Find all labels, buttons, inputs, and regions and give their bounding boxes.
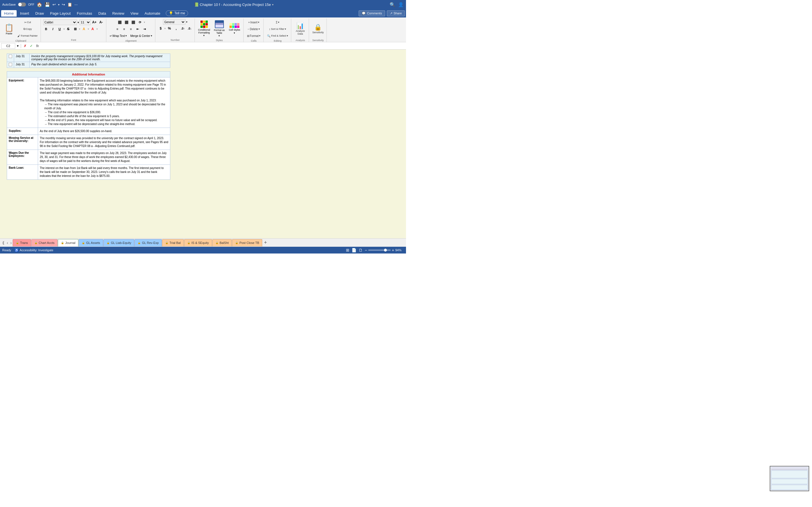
tab-view[interactable]: View xyxy=(128,10,141,17)
redo-btn[interactable]: ↪ xyxy=(62,2,65,7)
sensitivity-button[interactable]: 🔒 Sensitivity xyxy=(311,19,325,38)
tab-data[interactable]: Data xyxy=(96,10,109,17)
sheet-nav-next[interactable]: › xyxy=(9,240,13,245)
format-as-table-button[interactable]: Format as Table ▾ xyxy=(212,19,226,38)
underline-button[interactable]: U xyxy=(57,26,63,32)
align-top-center-button[interactable]: ⬛ xyxy=(123,19,130,25)
sheet-tab-gl-assets[interactable]: 🔒 GL Assets xyxy=(79,239,103,246)
sheet-tab-gl-rev[interactable]: 🔒 GL Rev-Exp xyxy=(135,239,162,246)
undo-btn[interactable]: ↩ xyxy=(52,2,56,7)
view-normal-button[interactable]: ⊞ xyxy=(346,248,349,252)
zoom-slider[interactable] xyxy=(368,249,391,251)
tab-formulas[interactable]: Formulas xyxy=(74,10,95,17)
sheet-tab-chart-accts[interactable]: 🔒 Chart Accts xyxy=(31,239,57,246)
zoom-in-button[interactable]: + xyxy=(392,248,394,252)
accessibility-label[interactable]: ♿ Accessibility: Investigate xyxy=(15,248,53,252)
increase-decimal-button[interactable]: .0↑ xyxy=(180,25,186,31)
cut-button[interactable]: ✂Cut xyxy=(16,19,39,25)
font-family-dropdown[interactable]: ▾ xyxy=(78,21,79,24)
comma-button[interactable]: , xyxy=(173,25,179,31)
view-page-break-button[interactable]: 🗋 xyxy=(359,248,363,252)
sheet-tab-gl-liab[interactable]: 🔒 GL Liab-Equity xyxy=(103,239,134,246)
align-center-button[interactable]: ≡ xyxy=(121,26,127,32)
merge-center-button[interactable]: Merge & Center ▾ xyxy=(129,34,153,38)
font-size-select[interactable]: 11 xyxy=(80,19,91,25)
view-page-layout-button[interactable]: 📄 xyxy=(352,248,356,252)
formula-input[interactable] xyxy=(41,44,405,48)
cancel-formula-button[interactable]: ✗ xyxy=(22,44,28,48)
number-format-dropdown[interactable]: ▾ xyxy=(186,20,188,23)
autosum-button[interactable]: Σ ▾ xyxy=(273,19,282,25)
increase-indent-button[interactable]: ⇥ xyxy=(141,26,147,32)
bold-button[interactable]: B xyxy=(43,26,49,32)
tell-me-box[interactable]: 💡 Tell me xyxy=(166,10,188,16)
tab-automate[interactable]: Automate xyxy=(142,10,163,17)
more-commands[interactable]: ··· xyxy=(74,2,78,7)
tab-home[interactable]: Home xyxy=(1,10,17,17)
profile-icon[interactable]: 👤 xyxy=(398,2,404,7)
font-color-button[interactable]: A xyxy=(90,26,96,32)
paste-button[interactable]: 📋 Paste xyxy=(3,19,15,39)
find-select-button[interactable]: 🔍 Find & Select ▾ xyxy=(266,33,289,39)
sheet-tab-is-sequity[interactable]: 🔒 IS & SEquity xyxy=(184,239,212,246)
decrease-font-button[interactable]: A- xyxy=(98,19,104,25)
align-right-button[interactable]: ≡ xyxy=(128,26,134,32)
decrease-decimal-button[interactable]: .0↓ xyxy=(187,25,193,31)
italic-button[interactable]: I xyxy=(50,26,56,32)
share-button[interactable]: ↗ Share xyxy=(387,10,405,16)
format-table-dropdown[interactable]: ▾ xyxy=(218,34,220,37)
home-icon[interactable]: 🏠 xyxy=(37,2,42,7)
analyze-data-button[interactable]: 📊 Analyze Data xyxy=(294,19,307,38)
cell-styles-button[interactable]: Cell Styles ▾ xyxy=(227,19,242,38)
decrease-indent-button[interactable]: ⇤ xyxy=(135,26,141,32)
conditional-formatting-button[interactable]: Conditional Formatting ▾ xyxy=(197,19,211,38)
undo-dropdown[interactable]: ▾ xyxy=(58,3,59,6)
save-icon[interactable]: 💾 xyxy=(45,2,50,7)
sheet-tab-balsht[interactable]: 🔒 BalSht xyxy=(212,239,232,246)
checkbox-2[interactable] xyxy=(9,63,12,66)
cell-styles-dropdown[interactable]: ▾ xyxy=(234,32,235,34)
sheet-nav-prev-prev[interactable]: ⟪ xyxy=(1,240,6,245)
merge-center-dropdown[interactable]: ▾ xyxy=(151,34,152,37)
tab-review[interactable]: Review xyxy=(109,10,127,17)
sheet-tab-post-close[interactable]: 🔒 Post Close TB xyxy=(232,239,262,246)
sheet-nav-prev[interactable]: ‹ xyxy=(6,240,9,245)
insert-button[interactable]: + Insert ▾ xyxy=(247,19,260,25)
align-top-right-button[interactable]: ⬛ xyxy=(130,19,137,25)
clipboard-icon[interactable]: 📋 xyxy=(67,2,72,7)
sheet-tab-trans[interactable]: 🔒 Trans xyxy=(13,239,31,246)
comments-button[interactable]: 💬 Comments xyxy=(359,10,385,16)
copy-button[interactable]: ⧉Copy xyxy=(16,26,39,32)
checkbox-1[interactable] xyxy=(9,55,12,58)
cell-reference-input[interactable]: C2 xyxy=(1,43,15,49)
tab-draw[interactable]: Draw xyxy=(33,10,47,17)
format-button[interactable]: ⊞ Format ▾ xyxy=(246,33,262,39)
strikethrough-button[interactable]: S̶ xyxy=(65,26,71,32)
sort-filter-button[interactable]: ↕ Sort & Filter ▾ xyxy=(268,26,288,32)
name-box-expand[interactable]: ▾ xyxy=(16,44,19,48)
confirm-formula-button[interactable]: ✓ xyxy=(29,44,34,48)
delete-button[interactable]: − Delete ▾ xyxy=(246,26,261,32)
font-family-select[interactable]: Calibri xyxy=(43,19,77,25)
number-format-select[interactable]: General xyxy=(163,19,186,25)
orientation-button[interactable]: ⟳ xyxy=(137,19,143,25)
wrap-text-button[interactable]: ↵ Wrap Text ▾ xyxy=(109,34,128,38)
zoom-out-button[interactable]: − xyxy=(365,248,367,252)
border-button[interactable]: ⊞ xyxy=(72,26,79,32)
cond-fmt-dropdown[interactable]: ▾ xyxy=(203,34,205,37)
search-icon[interactable]: 🔍 xyxy=(390,2,395,7)
increase-font-button[interactable]: A+ xyxy=(91,19,98,25)
align-left-button[interactable]: ≡ xyxy=(114,26,120,32)
autosave-toggle[interactable] xyxy=(18,3,26,6)
wrap-text-dropdown[interactable]: ▾ xyxy=(125,34,127,37)
tab-page-layout[interactable]: Page Layout xyxy=(47,10,73,17)
percent-button[interactable]: % xyxy=(166,25,172,31)
sheet-tab-journal[interactable]: 🔒 Journal xyxy=(58,239,79,246)
currency-button[interactable]: $ xyxy=(158,25,164,31)
add-sheet-button[interactable]: + xyxy=(262,240,269,245)
align-top-left-button[interactable]: ⬛ xyxy=(117,19,123,25)
title-dropdown[interactable]: ▾ xyxy=(272,3,273,6)
format-painter-button[interactable]: 🖌Format Painter xyxy=(16,33,39,39)
fill-color-button[interactable]: A xyxy=(81,26,87,32)
tab-insert[interactable]: Insert xyxy=(17,10,32,17)
